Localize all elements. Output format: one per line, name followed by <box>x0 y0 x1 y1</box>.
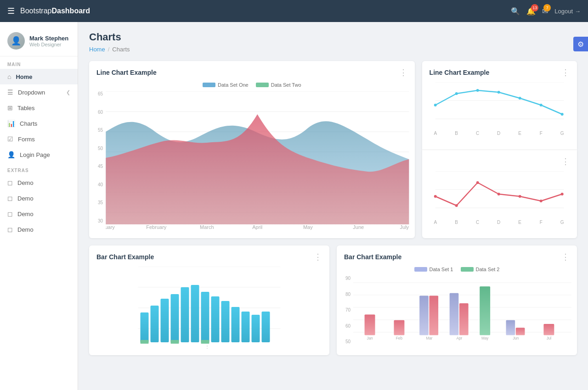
sidebar-item-demo2[interactable]: ◻ Demo <box>0 190 78 206</box>
bar-legend-item-2: Data Set 2 <box>461 267 500 272</box>
legend-item-1: Data Set One <box>203 82 249 88</box>
svg-text:Mar: Mar <box>426 336 432 340</box>
bar-chart1-menu[interactable]: ⋮ <box>314 252 322 262</box>
big-chart-y-axis: 6560555045403530 <box>95 91 106 234</box>
svg-text:Jul: Jul <box>547 336 552 340</box>
bar-chart1-title: Bar Chart Example <box>96 253 154 261</box>
svg-text:April: April <box>252 224 262 230</box>
demo1-icon: ◻ <box>7 179 13 186</box>
bar-chart1-svg: ⋮ <box>95 267 324 349</box>
svg-rect-75 <box>394 320 404 335</box>
legend-dot-1 <box>203 83 215 87</box>
bar-chart2-header: Bar Chart Example ⋮ <box>337 245 577 267</box>
svg-text:D: D <box>497 220 500 225</box>
svg-point-22 <box>539 104 542 106</box>
svg-text:B: B <box>455 131 458 136</box>
logout-button[interactable]: Logout → <box>554 8 581 15</box>
breadcrumb: Home / Charts <box>89 46 577 53</box>
sidebar-item-demo4[interactable]: ◻ Demo <box>0 222 78 237</box>
sidebar-item-home[interactable]: ⌂ Home <box>0 69 78 84</box>
small-chart1-svg: A B C D E F G <box>428 82 571 137</box>
notifications-badge: 13 <box>531 4 538 11</box>
big-line-chart-title: Line Chart Example <box>96 69 157 76</box>
notifications-icon[interactable]: 🔔 13 <box>526 7 536 16</box>
sidebar-item-dropdown[interactable]: ☰ Dropdown ❮ <box>0 84 78 100</box>
svg-text:March: March <box>200 224 214 230</box>
bar-chart2-area: Jan Feb Mar Apr May Jun Jul <box>353 276 571 351</box>
svg-rect-52 <box>141 312 149 342</box>
sidebar-item-demo1[interactable]: ◻ Demo <box>0 175 78 190</box>
big-line-chart-card: Line Chart Example ⋮ Data Set One Data S… <box>89 61 415 238</box>
small-chart2-header: ⋮ <box>422 150 577 171</box>
main-section-label: MAIN <box>0 56 78 69</box>
svg-text:F: F <box>539 131 542 136</box>
breadcrumb-current: Charts <box>112 46 130 53</box>
brand-text: BootstrapDashboard <box>20 7 90 15</box>
svg-rect-77 <box>429 296 438 335</box>
breadcrumb-home[interactable]: Home <box>89 46 105 53</box>
demo4-icon: ◻ <box>7 226 13 233</box>
svg-point-23 <box>560 113 563 116</box>
svg-text:A: A <box>434 131 437 136</box>
svg-point-35 <box>455 204 458 207</box>
top-charts-row: Line Chart Example ⋮ Data Set One Data S… <box>89 61 577 238</box>
svg-text:F: F <box>539 220 542 225</box>
svg-rect-58 <box>201 292 209 342</box>
svg-point-40 <box>560 193 563 195</box>
sidebar-label-demo2: Demo <box>17 195 34 202</box>
big-line-chart-header: Line Chart Example ⋮ <box>89 61 415 82</box>
small-chart2-menu[interactable]: ⋮ <box>561 156 570 167</box>
svg-text:D: D <box>497 131 500 136</box>
messages-badge: 7 <box>543 4 551 11</box>
user-section: 👤 Mark Stephen Web Designer <box>0 26 78 56</box>
charts-icon: 📊 <box>7 120 15 127</box>
svg-text:July: July <box>400 224 409 230</box>
bar-chart2-menu[interactable]: ⋮ <box>561 252 570 262</box>
bar-chart1-body: ⋮ <box>89 267 329 353</box>
sidebar-item-forms[interactable]: ☑ Forms <box>0 131 78 147</box>
sidebar-label-home: Home <box>16 73 32 80</box>
svg-point-37 <box>497 193 500 195</box>
messages-icon[interactable]: ✉ 7 <box>542 7 548 16</box>
legend-item-2: Data Set Two <box>256 82 301 88</box>
bar-legend-dot-2 <box>461 267 474 272</box>
sidebar-label-demo3: Demo <box>17 211 34 217</box>
sidebar-item-tables[interactable]: ⊞ Tables <box>0 100 78 116</box>
svg-rect-55 <box>171 294 179 342</box>
hamburger-icon[interactable]: ☰ <box>7 6 15 16</box>
user-role: Web Designer <box>29 42 68 47</box>
svg-rect-65 <box>141 340 149 344</box>
svg-point-38 <box>518 195 521 198</box>
search-icon[interactable]: 🔍 <box>511 7 520 16</box>
bar-legend-item-1: Data Set 1 <box>414 267 453 272</box>
settings-button[interactable]: ⚙ <box>573 37 588 51</box>
svg-point-39 <box>539 200 542 202</box>
sidebar-item-charts[interactable]: 📊 Charts <box>0 116 78 131</box>
legend-dot-2 <box>256 83 269 87</box>
svg-point-34 <box>434 195 436 198</box>
navbar: ☰ BootstrapDashboard 🔍 🔔 13 ✉ 7 Logout → <box>0 0 588 22</box>
legend-label-2: Data Set Two <box>271 82 301 88</box>
big-line-chart-menu[interactable]: ⋮ <box>399 67 407 78</box>
sidebar-label-dropdown: Dropdown <box>18 89 45 96</box>
bar-legend-dot-1 <box>414 267 427 272</box>
svg-point-17 <box>434 104 436 106</box>
sidebar-item-demo3[interactable]: ◻ Demo <box>0 206 78 222</box>
svg-rect-80 <box>480 286 490 335</box>
svg-point-19 <box>476 89 479 92</box>
svg-rect-61 <box>232 307 240 342</box>
svg-rect-82 <box>516 328 525 335</box>
svg-rect-56 <box>181 287 189 342</box>
small-line-chart1-card: Line Chart Example ⋮ <box>422 61 577 150</box>
sidebar-label-charts: Charts <box>20 120 37 127</box>
small-chart1-menu[interactable]: ⋮ <box>561 67 570 78</box>
svg-text:C: C <box>476 131 479 136</box>
bottom-charts-row: Bar Chart Example ⋮ <box>89 245 577 355</box>
small-chart2-svg: A B C D E F G <box>428 171 571 226</box>
small-chart1-body: A B C D E F G <box>422 82 577 139</box>
svg-text:G: G <box>560 131 564 136</box>
svg-text:E: E <box>518 220 521 225</box>
sidebar-label-demo1: Demo <box>17 179 34 186</box>
sidebar-item-login[interactable]: 👤 Login Page <box>0 147 78 162</box>
main-layout: 👤 Mark Stephen Web Designer MAIN ⌂ Home … <box>0 22 588 390</box>
